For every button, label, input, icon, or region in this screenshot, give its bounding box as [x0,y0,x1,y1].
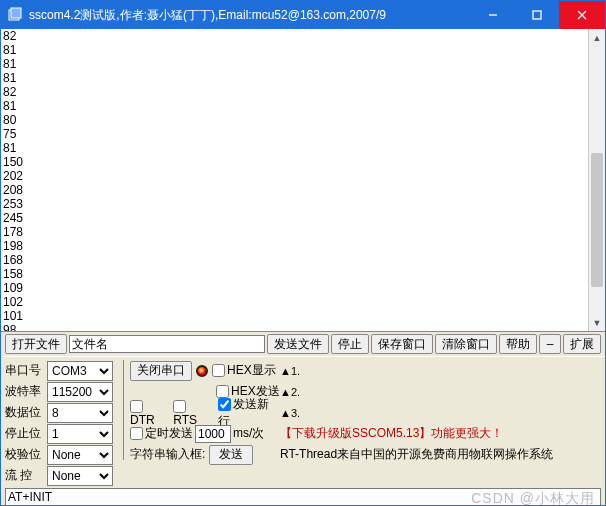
tri2-label: ▲2. [280,386,300,398]
send-button[interactable]: 发送 [209,445,253,465]
ms-unit-label: ms/次 [233,425,264,442]
output-area[interactable]: 82 81 81 81 82 81 80 75 81 150 202 208 2… [1,29,588,331]
hex-show-checkbox[interactable] [212,364,225,377]
extend-button[interactable]: 扩展 [563,334,601,354]
open-file-button[interactable]: 打开文件 [5,334,67,354]
settings-panel: 串口号COM3 波特率115200 数据位8 停止位1 校验位None 流 控N… [1,356,605,506]
timed-ms-input[interactable] [195,425,231,443]
rts-checkbox[interactable] [173,400,186,413]
stopbits-select[interactable]: 1 [47,424,113,444]
scroll-down-icon[interactable]: ▼ [589,314,605,331]
svg-rect-3 [533,11,541,19]
port-select[interactable]: COM3 [47,361,113,381]
svg-rect-1 [11,8,21,18]
port-label: 串口号 [5,362,47,379]
flow-label: 流 控 [5,467,47,484]
app-icon [7,7,23,23]
stopbits-label: 停止位 [5,425,47,442]
tri3-label: ▲3. [280,407,300,419]
promo2-text[interactable]: RT-Thread来自中国的开源免费商用物联网操作系统 [280,446,553,463]
scroll-up-icon[interactable]: ▲ [589,29,605,46]
rts-field[interactable]: RTS [173,398,211,426]
parity-label: 校验位 [5,446,47,463]
record-icon[interactable] [196,365,208,377]
scrollbar[interactable]: ▲ ▼ [588,29,605,331]
close-button[interactable] [559,1,605,29]
file-name-input[interactable] [69,335,265,353]
baud-select[interactable]: 115200 [47,382,113,402]
help-button[interactable]: 帮助 [499,334,537,354]
databits-select[interactable]: 8 [47,403,113,423]
dtr-field[interactable]: DTR [130,398,169,426]
promo1-text[interactable]: 【下载升级版SSCOM5.13】功能更强大！ [280,425,503,442]
flow-select[interactable]: None [47,466,113,486]
databits-label: 数据位 [5,404,47,421]
maximize-button[interactable] [515,1,559,29]
tri1-label: ▲1. [280,365,300,377]
send-string-input[interactable] [5,488,601,506]
collapse-button[interactable]: – [539,334,561,354]
clear-window-button[interactable]: 清除窗口 [435,334,497,354]
hex-show-field[interactable]: HEX显示 [212,362,276,379]
baud-label: 波特率 [5,383,47,400]
timed-send-field[interactable]: 定时发送 [130,425,193,442]
newline-checkbox[interactable] [218,398,231,411]
toolbar: 打开文件 发送文件 停止 保存窗口 清除窗口 帮助 – 扩展 [1,331,605,356]
send-file-button[interactable]: 发送文件 [267,334,329,354]
window-title: sscom4.2测试版,作者:聂小猛(丁丁),Email:mcu52@163.c… [29,7,471,24]
titlebar: sscom4.2测试版,作者:聂小猛(丁丁),Email:mcu52@163.c… [1,1,605,29]
close-port-button[interactable]: 关闭串口 [130,361,192,381]
timed-send-checkbox[interactable] [130,427,143,440]
stop-button[interactable]: 停止 [331,334,369,354]
parity-select[interactable]: None [47,445,113,465]
minimize-button[interactable] [471,1,515,29]
save-window-button[interactable]: 保存窗口 [371,334,433,354]
input-box-label: 字符串输入框: [130,446,205,463]
dtr-checkbox[interactable] [130,400,143,413]
